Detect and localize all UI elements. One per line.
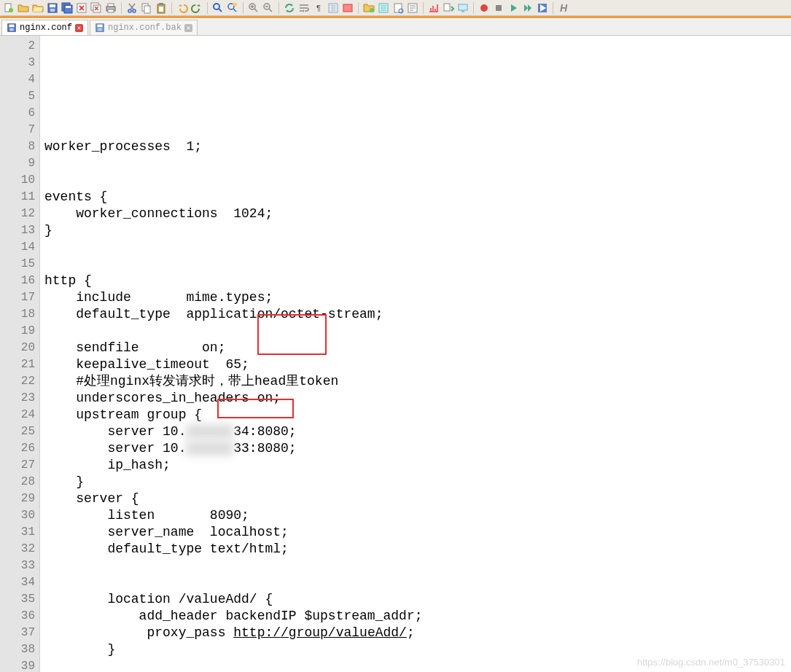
code-line bbox=[44, 323, 791, 340]
close-icon[interactable]: ✕ bbox=[184, 24, 192, 32]
open-folder-icon[interactable] bbox=[17, 2, 29, 14]
macro-record-icon[interactable] bbox=[478, 2, 490, 14]
italic-icon[interactable]: H bbox=[558, 2, 569, 14]
monitor-icon[interactable] bbox=[457, 2, 469, 14]
save-icon bbox=[7, 23, 17, 33]
close-file-icon[interactable] bbox=[76, 2, 87, 14]
svg-rect-40 bbox=[9, 28, 13, 31]
zoom-out-icon[interactable] bbox=[262, 2, 274, 14]
svg-rect-20 bbox=[159, 7, 163, 12]
print-icon[interactable] bbox=[105, 2, 117, 14]
whitespace-icon[interactable]: ¶ bbox=[313, 2, 324, 14]
tab-label: nginx.conf bbox=[20, 23, 72, 33]
code-line: } bbox=[44, 641, 791, 658]
svg-point-28 bbox=[370, 8, 374, 12]
editor-area: 2345678910111213141516171819202122232425… bbox=[0, 36, 791, 672]
code-line: default_type application/octet-stream; bbox=[44, 306, 791, 323]
toolbar-separator bbox=[171, 2, 172, 14]
paste-icon[interactable] bbox=[155, 2, 167, 14]
find-icon[interactable] bbox=[212, 2, 224, 14]
line-number-gutter: 2345678910111213141516171819202122232425… bbox=[0, 36, 40, 672]
code-line: upstream group { bbox=[44, 407, 791, 423]
doc-map-icon[interactable] bbox=[392, 2, 404, 14]
code-line: worker_processes 1; bbox=[44, 138, 791, 155]
macro-stop-icon[interactable] bbox=[493, 2, 504, 14]
macro-play-icon[interactable] bbox=[507, 2, 519, 14]
cut-icon[interactable] bbox=[126, 2, 138, 14]
new-file-icon[interactable] bbox=[3, 2, 15, 14]
svg-rect-17 bbox=[144, 6, 150, 13]
code-line bbox=[44, 256, 791, 273]
undo-icon[interactable] bbox=[176, 2, 188, 14]
svg-rect-3 bbox=[50, 4, 55, 7]
macro-save-icon[interactable] bbox=[537, 2, 548, 14]
code-line: listen 8090; bbox=[44, 507, 791, 524]
code-line: server { bbox=[44, 491, 791, 507]
doc-switch-icon[interactable] bbox=[443, 2, 454, 14]
redo-icon[interactable] bbox=[191, 2, 203, 14]
code-line: } bbox=[44, 474, 791, 491]
close-all-icon[interactable] bbox=[90, 2, 102, 14]
toolbar-separator bbox=[207, 2, 208, 14]
svg-point-21 bbox=[214, 4, 219, 9]
svg-rect-4 bbox=[50, 9, 55, 12]
code-line: #处理nginx转发请求时，带上head里token bbox=[44, 373, 791, 390]
toolbar-separator bbox=[553, 2, 553, 14]
code-line bbox=[44, 239, 791, 256]
svg-point-35 bbox=[480, 4, 488, 12]
doc-list-icon[interactable] bbox=[407, 2, 418, 14]
code-line bbox=[44, 172, 791, 189]
code-line: default_type text/html; bbox=[44, 541, 791, 558]
svg-rect-43 bbox=[98, 28, 101, 31]
svg-rect-7 bbox=[66, 6, 71, 8]
function-list-icon[interactable] bbox=[378, 2, 389, 14]
svg-rect-30 bbox=[394, 4, 402, 12]
code-line: keepalive_timeout 65; bbox=[44, 356, 791, 373]
svg-rect-13 bbox=[108, 9, 114, 12]
lang-icon[interactable] bbox=[342, 2, 354, 14]
svg-rect-11 bbox=[108, 4, 114, 7]
toolbar-separator bbox=[358, 2, 359, 14]
close-icon[interactable]: ✕ bbox=[75, 24, 83, 32]
sync-icon[interactable] bbox=[284, 2, 295, 14]
open-icon[interactable] bbox=[32, 2, 44, 14]
code-line: underscores_in_headers on; bbox=[44, 390, 791, 407]
tab-label: nginx.conf.bak bbox=[108, 23, 182, 33]
code-line: location /valueAdd/ { bbox=[44, 591, 791, 608]
code-line: worker_connections 1024; bbox=[44, 206, 791, 222]
chart-icon[interactable] bbox=[428, 2, 440, 14]
code-line bbox=[44, 558, 791, 574]
code-line bbox=[44, 155, 791, 172]
tab-nginx-conf-bak[interactable]: nginx.conf.bak ✕ bbox=[90, 20, 198, 35]
code-line: ip_hash; bbox=[44, 457, 791, 474]
toolbar-separator bbox=[473, 2, 474, 14]
code-line: events { bbox=[44, 189, 791, 206]
tab-nginx-conf[interactable]: nginx.conf ✕ bbox=[1, 20, 88, 35]
code-content[interactable]: worker_processes 1;events { worker_conne… bbox=[40, 36, 791, 672]
indent-guide-icon[interactable] bbox=[327, 2, 339, 14]
macro-fast-icon[interactable] bbox=[522, 2, 534, 14]
svg-point-15 bbox=[133, 9, 136, 12]
code-line: sendfile on; bbox=[44, 340, 791, 356]
toolbar-separator bbox=[423, 2, 424, 14]
toolbar-separator bbox=[278, 2, 279, 14]
svg-rect-36 bbox=[496, 5, 502, 11]
save-icon[interactable] bbox=[47, 2, 58, 14]
folder-tree-icon[interactable] bbox=[363, 2, 375, 14]
wrap-icon[interactable] bbox=[298, 2, 310, 14]
zoom-in-icon[interactable] bbox=[248, 2, 260, 14]
copy-icon[interactable] bbox=[141, 2, 152, 14]
replace-icon[interactable] bbox=[227, 2, 238, 14]
code-line: add_header backendIP $upstream_addr; bbox=[44, 608, 791, 625]
save-all-icon[interactable] bbox=[61, 2, 73, 14]
code-line bbox=[44, 574, 791, 591]
toolbar-separator bbox=[121, 2, 122, 14]
code-line: server_name localhost; bbox=[44, 524, 791, 541]
watermark: https://blog.csdn.net/m0_37530301 bbox=[637, 657, 785, 668]
svg-rect-19 bbox=[159, 3, 163, 5]
svg-rect-34 bbox=[459, 4, 467, 10]
svg-rect-27 bbox=[343, 4, 352, 12]
svg-point-14 bbox=[128, 9, 131, 12]
toolbar: ¶ H bbox=[0, 0, 791, 16]
svg-rect-23 bbox=[233, 3, 237, 6]
